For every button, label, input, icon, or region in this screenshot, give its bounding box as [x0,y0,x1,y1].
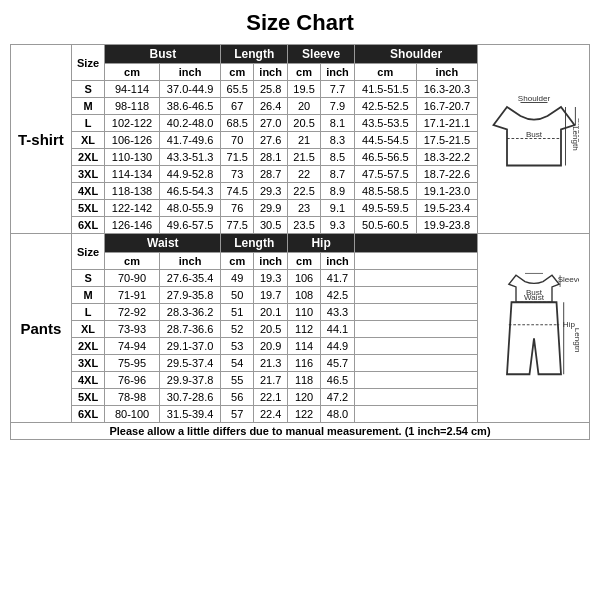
slv-cm-header: cm [288,64,321,81]
sho-inch-header: inch [416,64,478,81]
bust-cm-header: cm [105,64,160,81]
slv-inch-header: inch [320,64,354,81]
svg-text:Shoulder: Shoulder [517,272,550,274]
pants-label: Pants [11,234,72,423]
tlen-cm-header: cm [221,64,254,81]
wst-cm-header: cm [105,253,160,270]
footer-note: Please allow a little differs due to man… [11,423,590,440]
plen-cm-header: cm [221,253,254,270]
sho-cm-header: cm [355,64,417,81]
size-chart-table: T-shirt Size Bust Length Sleeve Shoulder… [10,44,590,440]
pants-diagram-placeholder [355,234,478,253]
svg-text:Shoulder: Shoulder [517,96,550,103]
svg-text:Waist: Waist [524,293,545,302]
tshirt-label: T-shirt [11,45,72,234]
tshirt-diagram-cell: Shoulder Sleeve Bust Length [478,45,590,234]
svg-text:Sleeve: Sleeve [557,275,578,284]
tshirt-sleeve-header: Sleeve [288,45,355,64]
svg-text:Length: Length [572,328,579,353]
svg-text:Bust: Bust [526,129,543,138]
hip-cm-header: cm [288,253,321,270]
page-title: Size Chart [10,10,590,36]
pants-hip-header: Hip [288,234,355,253]
wst-inch-header: inch [159,253,221,270]
pants-length-header: Length [221,234,288,253]
tshirt-shoulder-header: Shoulder [355,45,478,64]
plen-inch-header: inch [254,253,288,270]
svg-text:Length: Length [570,126,578,151]
tshirt-bust-header: Bust [105,45,221,64]
pants-waist-header: Waist [105,234,221,253]
tshirt-svg: Shoulder Sleeve Bust Length [489,96,579,181]
pants-size-header: Size [71,234,104,270]
pants-diagram-cell: Shoulder Sleeve Bust Waist Hip [478,234,590,423]
tshirt-length-header: Length [221,45,288,64]
bust-inch-header: inch [159,64,221,81]
tlen-inch-header: inch [254,64,288,81]
tshirt-size-header: Size [71,45,104,81]
pants-svg: Shoulder Sleeve Bust Waist Hip [489,272,579,382]
hip-inch-header: inch [320,253,354,270]
